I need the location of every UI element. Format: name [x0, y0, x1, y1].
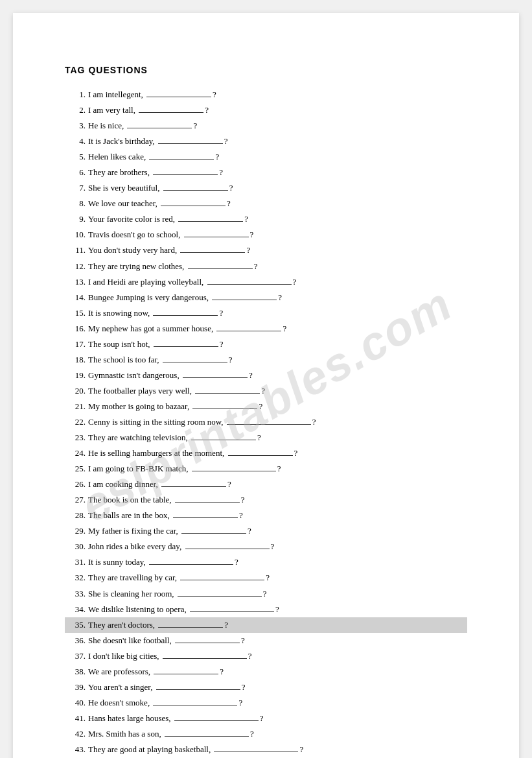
question-number: 7. [65, 180, 86, 196]
answer-blank[interactable] [173, 517, 238, 518]
answer-blank[interactable] [153, 705, 237, 705]
answer-blank[interactable] [227, 424, 311, 425]
question-text: The soup isn't hot, ? [88, 337, 467, 352]
list-item: 12.They are trying new clothes, ? [65, 259, 467, 274]
answer-blank[interactable] [178, 221, 243, 222]
answer-blank[interactable] [139, 112, 203, 113]
answer-blank[interactable] [165, 736, 249, 737]
answer-blank[interactable] [175, 502, 240, 503]
answer-blank[interactable] [195, 393, 260, 394]
question-number: 12. [65, 259, 86, 274]
question-text: My nephew has got a summer house, ? [88, 321, 467, 337]
list-item: 19.Gymnastic isn't dangerous, ? [65, 368, 467, 383]
list-item: 16.My nephew has got a summer house, ? [65, 321, 467, 337]
question-text: He is nice, ? [88, 118, 467, 134]
answer-blank[interactable] [181, 533, 246, 534]
question-text: Your favorite color is red, ? [88, 211, 467, 227]
question-text: It is Jack's birthday, ? [88, 134, 467, 149]
answer-blank[interactable] [149, 159, 214, 160]
question-text: The balls are in the box, ? [88, 508, 467, 523]
answer-blank[interactable] [127, 128, 192, 128]
answer-blank[interactable] [192, 409, 257, 409]
question-text: My mother is going to bazaar, ? [88, 399, 467, 414]
question-text: Bungee Jumping is very dangerous, ? [88, 290, 467, 305]
question-text: I am intellegent, ? [88, 87, 467, 102]
question-number: 30. [65, 539, 86, 554]
answer-blank[interactable] [214, 752, 298, 752]
answer-blank[interactable] [180, 252, 245, 253]
answer-blank[interactable] [154, 346, 218, 347]
list-item: 15.It is snowing now, ? [65, 305, 467, 321]
list-item: 22.Cenny is sitting in the sitting room … [65, 414, 467, 430]
question-text: The footballer plays very well, ? [88, 383, 467, 399]
question-text: The school is too far, ? [88, 352, 467, 368]
answer-blank[interactable] [216, 331, 281, 331]
list-item: 9.Your favorite color is red, ? [65, 211, 467, 227]
question-number: 22. [65, 414, 86, 430]
question-number: 11. [65, 243, 86, 258]
answer-blank[interactable] [191, 440, 256, 440]
answer-blank[interactable] [228, 455, 293, 456]
question-number: 1. [65, 87, 86, 102]
answer-blank[interactable] [207, 284, 292, 285]
question-number: 5. [65, 149, 86, 165]
answer-blank[interactable] [161, 486, 226, 487]
question-text: Hans hates large houses, ? [88, 711, 467, 726]
question-number: 18. [65, 352, 86, 368]
question-text: She doesn't like football, ? [88, 633, 467, 648]
list-item: 1.I am intellegent, ? [65, 87, 467, 102]
question-number: 23. [65, 430, 86, 445]
answer-blank[interactable] [180, 580, 264, 580]
question-text: They aren't doctors, ? [88, 617, 467, 633]
list-item: 43.They are good at playing basketball, … [65, 742, 467, 757]
answer-blank[interactable] [188, 268, 253, 269]
answer-blank[interactable] [153, 174, 218, 175]
answer-blank[interactable] [163, 362, 227, 362]
question-text: They are watching television, ? [88, 430, 467, 445]
answer-blank[interactable] [154, 674, 218, 674]
question-number: 36. [65, 633, 86, 648]
question-text: She is cleaning her room, ? [88, 586, 467, 602]
answer-blank[interactable] [156, 689, 240, 690]
list-item: 17.The soup isn't hot, ? [65, 337, 467, 352]
question-text: She is very beautiful, ? [88, 180, 467, 196]
list-item: 21.My mother is going to bazaar, ? [65, 399, 467, 414]
list-item: 40.He doesn't smoke, ? [65, 695, 467, 711]
list-item: 4.It is Jack's birthday, ? [65, 134, 467, 149]
page-title: TAG QUESTIONS [65, 65, 467, 75]
answer-blank[interactable] [163, 190, 228, 191]
answer-blank[interactable] [161, 206, 226, 206]
answer-blank[interactable] [178, 596, 262, 597]
question-number: 42. [65, 726, 86, 742]
question-text: We love our teacher, ? [88, 196, 467, 211]
answer-blank[interactable] [184, 237, 249, 237]
answer-blank[interactable] [146, 97, 211, 97]
list-item: 30.John rides a bike every day, ? [65, 539, 467, 554]
answer-blank[interactable] [183, 377, 248, 378]
question-text: John rides a bike every day, ? [88, 539, 467, 554]
answer-blank[interactable] [158, 627, 223, 628]
question-number: 32. [65, 570, 86, 586]
answer-blank[interactable] [163, 658, 247, 659]
answer-blank[interactable] [174, 720, 259, 721]
list-item: 8.We love our teacher, ? [65, 196, 467, 211]
answer-blank[interactable] [149, 564, 233, 565]
question-text: Helen likes cake, ? [88, 149, 467, 165]
answer-blank[interactable] [153, 315, 218, 316]
answer-blank[interactable] [158, 143, 223, 144]
answer-blank[interactable] [212, 300, 277, 300]
answer-blank[interactable] [190, 611, 274, 612]
answer-blank[interactable] [192, 471, 276, 471]
question-number: 19. [65, 368, 86, 383]
list-item: 27.The book is on the table, ? [65, 492, 467, 508]
question-text: You aren't a singer, ? [88, 680, 467, 695]
question-text: They are good at playing basketball, ? [88, 742, 467, 757]
question-number: 28. [65, 508, 86, 523]
question-text: My father is fixing the car, ? [88, 523, 467, 539]
question-text: I am going to FB-BJK match, ? [88, 461, 467, 477]
list-item: 7.She is very beautiful, ? [65, 180, 467, 196]
question-number: 4. [65, 134, 86, 149]
answer-blank[interactable] [175, 643, 240, 643]
answer-blank[interactable] [185, 549, 270, 549]
question-number: 6. [65, 165, 86, 180]
